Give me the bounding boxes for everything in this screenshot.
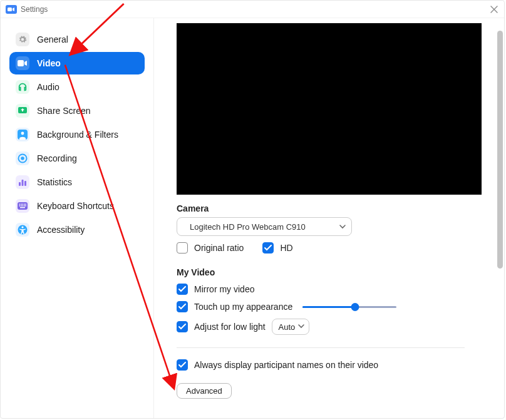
sidebar-item-label: Audio (37, 82, 59, 92)
touchup-checkbox[interactable] (177, 301, 188, 312)
user-square-icon (16, 128, 29, 141)
share-screen-icon (16, 104, 29, 118)
svg-point-4 (21, 132, 24, 135)
camera-options-row: Original ratio HD (177, 242, 479, 254)
svg-rect-0 (8, 8, 12, 11)
advanced-button-label: Advanced (186, 386, 222, 396)
chevron-down-icon (339, 223, 346, 232)
zoom-icon (6, 5, 17, 14)
original-ratio-checkbox[interactable] (177, 242, 188, 254)
always-names-checkbox[interactable] (177, 359, 188, 371)
video-icon (16, 56, 29, 70)
main-panel: Camera Logitech HD Pro Webcam C910 Origi… (154, 18, 504, 418)
sidebar-item-label: Accessibility (37, 225, 85, 235)
svg-rect-13 (23, 204, 24, 205)
sidebar-item-label: Share Screen (37, 106, 91, 116)
svg-rect-19 (24, 205, 25, 207)
camera-select[interactable]: Logitech HD Pro Webcam C910 (177, 217, 352, 236)
window-title: Settings (21, 5, 48, 14)
mirror-checkbox[interactable] (177, 284, 188, 295)
original-ratio-label: Original ratio (194, 243, 244, 253)
svg-rect-1 (18, 60, 24, 66)
sidebar-item-label: Recording (37, 153, 77, 163)
always-names-label: Always display participant names on thei… (194, 360, 378, 370)
sidebar-item-share-screen[interactable]: Share Screen (9, 100, 145, 122)
sidebar-item-accessibility[interactable]: Accessibility (9, 218, 145, 241)
lowlight-mode-value: Auto (279, 322, 296, 332)
sidebar-item-label: Background & Filters (37, 130, 118, 140)
svg-rect-18 (23, 205, 24, 207)
settings-window: Settings General Video (0, 0, 505, 419)
slider-knob[interactable] (351, 303, 359, 311)
svg-rect-16 (19, 205, 21, 207)
close-button[interactable] (489, 4, 499, 14)
myvideo-section-title: My Video (177, 267, 479, 277)
advanced-button[interactable]: Advanced (177, 383, 232, 399)
svg-rect-17 (21, 205, 22, 207)
sidebar-item-recording[interactable]: Recording (9, 147, 145, 170)
chevron-down-icon (297, 322, 305, 332)
svg-rect-12 (21, 204, 22, 205)
scrollbar[interactable] (495, 18, 504, 418)
svg-rect-20 (25, 205, 26, 207)
content: General Video Audio Share Screen (1, 18, 504, 418)
lowlight-mode-select[interactable]: Auto (272, 319, 310, 335)
sidebar-item-statistics[interactable]: Statistics (9, 171, 145, 193)
keyboard-icon (16, 199, 29, 213)
scrollbar-thumb[interactable] (497, 31, 503, 269)
slider-fill (302, 306, 355, 308)
sidebar-item-label: Keyboard Shortcuts (37, 201, 114, 211)
svg-rect-8 (22, 180, 24, 186)
svg-rect-15 (25, 204, 26, 205)
svg-point-23 (21, 226, 23, 228)
participants-section: Always display participant names on thei… (177, 359, 479, 371)
camera-section-title: Camera (177, 203, 479, 213)
myvideo-section: My Video Mirror my video Touch up my app… (177, 267, 479, 335)
sidebar-item-keyboard-shortcuts[interactable]: Keyboard Shortcuts (9, 195, 145, 217)
sidebar-item-label: Video (37, 58, 61, 68)
mirror-label: Mirror my video (194, 284, 254, 294)
hd-checkbox[interactable] (262, 242, 274, 254)
svg-rect-14 (24, 204, 25, 205)
sidebar-item-label: Statistics (37, 177, 72, 187)
chart-icon (16, 175, 29, 189)
divider (177, 347, 465, 348)
sidebar-item-background-filters[interactable]: Background & Filters (9, 123, 145, 146)
touchup-slider[interactable] (302, 306, 396, 308)
camera-section: Camera Logitech HD Pro Webcam C910 Origi… (177, 203, 479, 254)
sidebar-item-video[interactable]: Video (9, 52, 145, 74)
sidebar-item-label: General (37, 34, 68, 44)
hd-label: HD (280, 243, 292, 253)
touchup-label: Touch up my appearance (194, 302, 292, 312)
svg-rect-11 (19, 204, 21, 205)
headphones-icon (16, 80, 29, 94)
camera-select-value: Logitech HD Pro Webcam C910 (190, 222, 306, 232)
sidebar-item-audio[interactable]: Audio (9, 76, 145, 98)
sidebar-item-general[interactable]: General (9, 28, 145, 51)
sidebar: General Video Audio Share Screen (1, 18, 154, 418)
svg-rect-7 (19, 182, 21, 186)
lowlight-checkbox[interactable] (177, 321, 188, 332)
svg-point-6 (21, 156, 24, 160)
record-icon (16, 151, 29, 165)
video-preview (177, 23, 482, 195)
accessibility-icon (16, 223, 29, 237)
titlebar: Settings (1, 1, 504, 18)
svg-rect-9 (24, 181, 26, 186)
svg-rect-21 (20, 207, 25, 208)
lowlight-label: Adjust for low light (194, 322, 266, 332)
gear-icon (16, 33, 29, 46)
